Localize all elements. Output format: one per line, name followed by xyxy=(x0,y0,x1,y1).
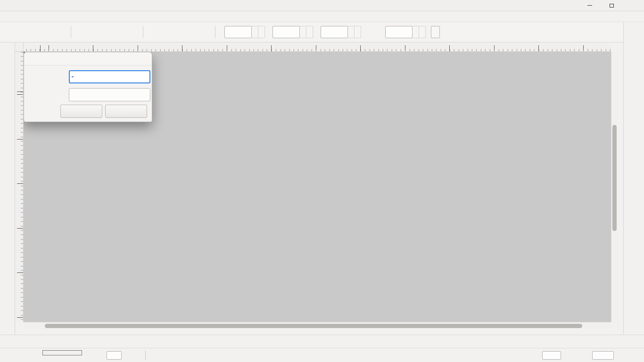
ruler-corner[interactable] xyxy=(15,42,24,52)
width-decrement[interactable] xyxy=(348,26,355,38)
height-decrement[interactable] xyxy=(413,26,419,38)
vertical-scrollbar-thumb[interactable] xyxy=(612,125,617,231)
separator xyxy=(143,26,143,38)
layer-visibility-icon[interactable] xyxy=(153,352,162,361)
collapse-panel-button[interactable] xyxy=(627,26,641,40)
unit-dropdown[interactable] xyxy=(431,26,440,38)
horizontal-scrollbar-thumb[interactable] xyxy=(45,324,582,328)
inkscape-window xyxy=(0,0,644,362)
horizontal-scrollbar[interactable] xyxy=(24,322,611,329)
close-button[interactable] xyxy=(622,0,644,11)
ruler-top[interactable] xyxy=(24,42,611,52)
scale-corners-toggle[interactable] xyxy=(534,24,551,41)
rotate-ccw-icon xyxy=(78,27,87,37)
y-field xyxy=(268,26,313,38)
opacity-input[interactable] xyxy=(107,351,122,360)
layer-position-dropdown[interactable] xyxy=(69,88,150,101)
y-input[interactable] xyxy=(272,26,300,38)
layer-position-row xyxy=(28,88,150,101)
commands-panel xyxy=(623,22,644,335)
separator xyxy=(71,26,71,38)
fill-swatch[interactable] xyxy=(42,350,82,355)
inkscape-logo-icon xyxy=(3,2,10,9)
move-gradients-icon xyxy=(554,27,564,37)
minimize-button[interactable] xyxy=(579,0,601,11)
ruler-left[interactable] xyxy=(15,52,24,322)
dialog-titlebar[interactable] xyxy=(24,52,152,66)
lower-icon xyxy=(183,27,192,37)
rotate-cw-icon xyxy=(94,27,104,37)
scale-stroke-toggle[interactable] xyxy=(518,24,534,41)
statusbar xyxy=(0,348,644,362)
layer-name-input[interactable] xyxy=(69,70,150,83)
layer-lock-icon[interactable] xyxy=(167,352,176,361)
rotation-input[interactable] xyxy=(592,351,614,360)
deselect-icon xyxy=(39,27,48,37)
selected-text xyxy=(72,76,74,77)
chevron-down-icon xyxy=(630,338,637,345)
titlebar xyxy=(0,0,644,11)
lock-ratio-button[interactable] xyxy=(363,24,379,41)
zoom-control xyxy=(540,351,571,360)
palette-row xyxy=(0,335,644,348)
raise-to-top-button[interactable] xyxy=(146,24,163,41)
opacity-control xyxy=(105,351,132,360)
height-field xyxy=(380,26,426,38)
x-input[interactable] xyxy=(224,26,252,38)
select-all-layers-button[interactable] xyxy=(18,24,35,41)
no-paint-icon[interactable] xyxy=(1,352,8,359)
width-increment[interactable] xyxy=(355,26,361,38)
color-management-icon xyxy=(612,321,621,330)
lower-to-bottom-button[interactable] xyxy=(196,24,212,41)
color-management-button[interactable] xyxy=(612,321,621,330)
maximize-icon xyxy=(610,4,614,8)
height-input[interactable] xyxy=(385,26,413,38)
transform-affect-toggles xyxy=(518,24,584,41)
add-button[interactable] xyxy=(105,105,147,118)
canvas[interactable] xyxy=(24,52,611,322)
flip-horizontal-button[interactable] xyxy=(107,24,124,41)
zoom-input[interactable] xyxy=(542,351,561,360)
x-decrement[interactable] xyxy=(252,26,258,38)
palette-strip xyxy=(1,336,605,347)
snap-rotation-button[interactable] xyxy=(611,26,621,37)
separator xyxy=(215,26,215,38)
raise-to-top-icon xyxy=(150,27,159,37)
toolbox xyxy=(0,42,15,335)
rotation-control xyxy=(590,351,624,360)
lock-open-icon xyxy=(366,27,376,37)
flip-vertical-button[interactable] xyxy=(124,24,140,41)
rotate-ccw-button[interactable] xyxy=(74,24,91,41)
add-layer-dialog xyxy=(24,52,152,122)
rotate-cw-button[interactable] xyxy=(91,24,107,41)
palette-scroll-up-button[interactable] xyxy=(611,337,623,347)
move-gradients-toggle[interactable] xyxy=(551,24,567,41)
palette-scroll-down-button[interactable] xyxy=(627,337,639,347)
raise-icon xyxy=(166,27,176,37)
maximize-button[interactable] xyxy=(601,0,622,11)
lock-icon xyxy=(16,43,23,50)
y-increment[interactable] xyxy=(306,26,313,38)
vertical-scrollbar[interactable] xyxy=(611,52,618,322)
arrow-left-icon xyxy=(629,28,639,38)
deselect-button[interactable] xyxy=(35,24,51,41)
x-increment[interactable] xyxy=(258,26,265,38)
selector-toolbar xyxy=(0,22,644,42)
select-all-icon xyxy=(6,27,15,37)
chevron-up-icon xyxy=(614,338,621,345)
dialog-logo-icon xyxy=(28,55,35,62)
cursor-coordinates xyxy=(505,350,524,362)
select-all-layers-icon xyxy=(22,27,32,37)
height-increment[interactable] xyxy=(419,26,426,38)
lower-button[interactable] xyxy=(179,24,196,41)
snap-rotate-icon xyxy=(611,26,621,37)
move-patterns-toggle[interactable] xyxy=(567,24,584,41)
raise-button[interactable] xyxy=(163,24,179,41)
cancel-button[interactable] xyxy=(60,105,102,118)
minimize-icon xyxy=(587,5,592,6)
width-input[interactable] xyxy=(321,26,348,38)
selection-box-toggle[interactable] xyxy=(51,24,68,41)
select-all-button[interactable] xyxy=(2,24,18,41)
selection-box-icon xyxy=(55,27,65,37)
y-decrement[interactable] xyxy=(300,26,306,38)
